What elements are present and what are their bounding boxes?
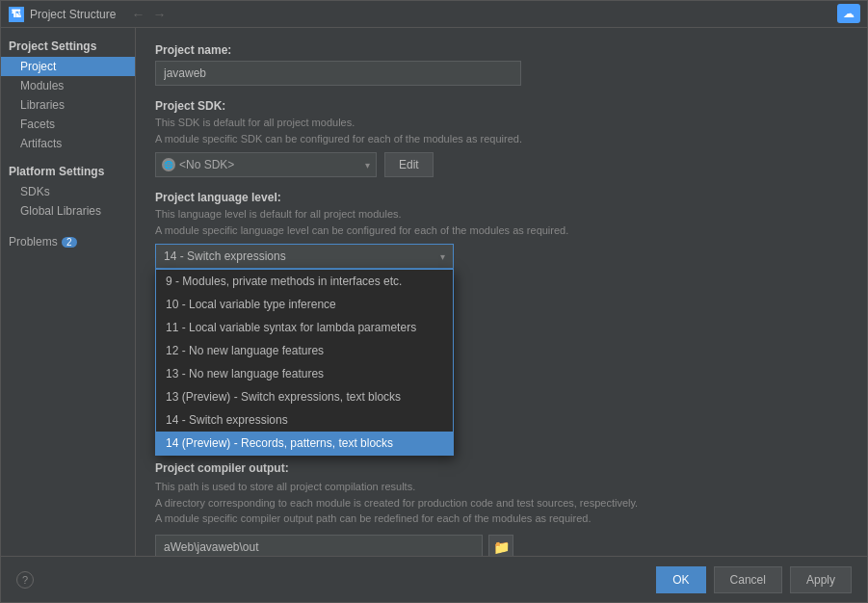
sidebar-item-project[interactable]: Project [1, 57, 135, 76]
project-name-label: Project name: [155, 43, 848, 57]
lang-dropdown-list: 9 - Modules, private methods in interfac… [155, 269, 454, 456]
title-bar-title: Project Structure [30, 8, 116, 21]
back-button[interactable]: ← [129, 7, 146, 22]
main-panel: Project name: Project SDK: This SDK is d… [136, 28, 867, 556]
lang-option-14[interactable]: 14 - Switch expressions [156, 408, 453, 432]
project-sdk-desc1: This SDK is default for all project modu… [155, 115, 848, 131]
lang-dropdown-selected[interactable]: 14 - Switch expressions ▾ [155, 244, 454, 269]
cloud-icon: ☁ [837, 4, 860, 23]
sidebar: Project Settings Project Modules Librari… [1, 28, 136, 556]
sdk-dropdown-arrow: ▾ [365, 160, 370, 170]
sdk-globe-icon: 🌐 [162, 158, 175, 171]
lang-option-10[interactable]: 10 - Local variable type inference [156, 293, 453, 316]
lang-option-12[interactable]: 12 - No new language features [156, 339, 453, 362]
help-button[interactable]: ? [16, 571, 34, 589]
project-settings-section: Project Settings [1, 36, 135, 57]
sdk-edit-button[interactable]: Edit [384, 152, 434, 177]
sdk-row: 🌐 <No SDK> ▾ Edit [155, 152, 848, 177]
project-lang-label: Project language level: [155, 191, 848, 204]
footer-left: ? [16, 571, 34, 589]
sidebar-item-sdks[interactable]: SDKs [1, 182, 135, 201]
lang-dropdown-container: 14 - Switch expressions ▾ 9 - Modules, p… [155, 244, 848, 269]
output-desc3: A module specific compiler output path c… [155, 511, 848, 527]
title-bar-right: ☁ × [844, 7, 859, 22]
project-lang-desc2: A module specific language level can be … [155, 223, 848, 239]
title-bar: 🏗 Project Structure ← → ☁ × [1, 1, 867, 28]
main-content: Project Settings Project Modules Librari… [1, 28, 867, 556]
sidebar-item-global-libraries[interactable]: Global Libraries [1, 201, 135, 221]
sidebar-item-libraries[interactable]: Libraries [1, 95, 135, 115]
title-bar-left: 🏗 Project Structure ← → [9, 7, 168, 22]
output-path-input[interactable] [155, 535, 483, 557]
sidebar-item-modules[interactable]: Modules [1, 76, 135, 95]
project-sdk-label: Project SDK: [155, 99, 848, 113]
footer: ? OK Cancel Apply [1, 556, 867, 602]
output-section: Project compiler output: This path is us… [155, 461, 848, 556]
problems-badge: 2 [62, 237, 77, 248]
lang-option-9[interactable]: 9 - Modules, private methods in interfac… [156, 270, 453, 293]
project-structure-dialog: 🏗 Project Structure ← → ☁ × Project Sett… [0, 0, 868, 603]
title-bar-app-icon: 🏗 [9, 7, 24, 22]
sidebar-item-artifacts[interactable]: Artifacts [1, 134, 135, 153]
output-label: Project compiler output: [155, 461, 848, 475]
sidebar-item-facets[interactable]: Facets [1, 115, 135, 134]
project-name-input[interactable] [155, 61, 521, 86]
lang-option-13p[interactable]: 13 (Preview) - Switch expressions, text … [156, 385, 453, 408]
sdk-dropdown[interactable]: 🌐 <No SDK> ▾ [155, 152, 377, 177]
lang-option-11[interactable]: 11 - Local variable syntax for lambda pa… [156, 316, 453, 339]
apply-button[interactable]: Apply [790, 566, 852, 593]
sdk-value: <No SDK> [179, 158, 234, 171]
output-row: 📁 [155, 535, 848, 557]
project-sdk-desc2: A module specific SDK can be configured … [155, 131, 848, 147]
forward-button[interactable]: → [150, 7, 168, 22]
lang-option-14p[interactable]: 14 (Preview) - Records, patterns, text b… [156, 432, 453, 455]
title-bar-nav: ← → [129, 7, 168, 22]
lang-selected-value: 14 - Switch expressions [164, 249, 286, 263]
folder-icon: 📁 [493, 539, 510, 555]
project-lang-desc1: This language level is default for all p… [155, 206, 848, 223]
sidebar-item-problems[interactable]: Problems 2 [1, 232, 135, 251]
cancel-button[interactable]: Cancel [714, 566, 782, 593]
lang-dropdown-arrow: ▾ [440, 251, 445, 262]
lang-option-13[interactable]: 13 - No new language features [156, 362, 453, 385]
ok-button[interactable]: OK [656, 566, 705, 593]
folder-browse-button[interactable]: 📁 [488, 535, 513, 557]
output-desc2: A directory corresponding to each module… [155, 495, 848, 511]
platform-settings-section: Platform Settings [1, 161, 135, 182]
output-desc1: This path is used to store all project c… [155, 479, 848, 495]
